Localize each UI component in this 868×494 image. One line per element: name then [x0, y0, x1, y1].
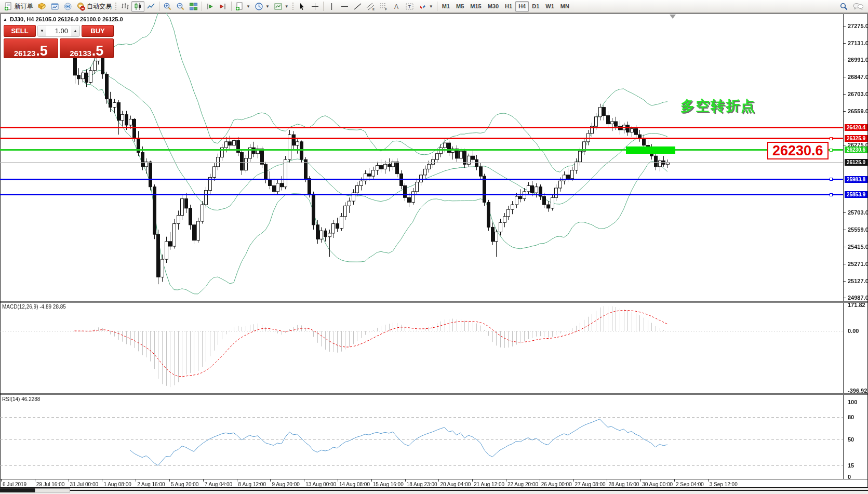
price-callout-box[interactable]: 26230.6: [767, 142, 829, 159]
timeframe-button-M15[interactable]: M15: [467, 1, 484, 12]
chat-icon: [852, 2, 864, 11]
autotrading-button[interactable]: 自动交易: [74, 1, 114, 12]
horizontal-line-icon: [340, 2, 349, 11]
time-axis-tick: [304, 479, 304, 482]
timeframe-button-M30[interactable]: M30: [485, 1, 502, 12]
time-axis-label: 22 Aug 20:00: [508, 482, 538, 487]
book-icon: [37, 2, 46, 11]
bar-chart-button[interactable]: [118, 1, 131, 12]
horizontal-line-object[interactable]: [0, 162, 843, 163]
chart-shift-marker[interactable]: [670, 15, 676, 19]
time-axis-tick: [136, 479, 136, 482]
horizontal-line-object[interactable]: [0, 127, 843, 128]
auto-scroll-button[interactable]: [204, 1, 217, 12]
timeframe-button-H4[interactable]: H4: [515, 1, 529, 12]
text-button[interactable]: A: [390, 1, 403, 12]
scrollbar-track[interactable]: [0, 490, 868, 491]
chart-annotation-text[interactable]: 多空转折点: [680, 97, 756, 115]
periods-button[interactable]: ▼: [252, 1, 272, 12]
signals-button[interactable]: [61, 1, 74, 12]
timeframe-button-H1[interactable]: H1: [502, 1, 515, 12]
timeframe-button-M1[interactable]: M1: [439, 1, 453, 12]
volume-increase-button[interactable]: ▲: [71, 25, 79, 36]
chart-shift-button[interactable]: [217, 1, 230, 12]
templates-button[interactable]: ▼: [272, 1, 291, 12]
time-axis-label: 13 Aug 00:00: [305, 482, 336, 487]
toolbar-separator: [202, 2, 202, 11]
buy-price-frac: .5: [92, 46, 104, 57]
sell-price[interactable]: 26123 .5: [4, 38, 58, 58]
arrows-button[interactable]: ▼: [416, 1, 435, 12]
time-axis-label: 29 Jul 16:00: [36, 482, 65, 487]
rsi-label: RSI(14) 46.2288: [2, 396, 40, 402]
channel-icon: E: [366, 2, 375, 11]
macd-axis-label: 171.82: [848, 302, 865, 308]
zoom-in-button[interactable]: [161, 1, 174, 12]
new-order-button[interactable]: 新订单: [2, 1, 35, 12]
horizontal-line-object[interactable]: [0, 179, 843, 180]
chart-title-bar: ▲ DJ30, H4 26105.0 26126.0 26100.0 26125…: [3, 16, 123, 22]
panel-splitter-rsi[interactable]: [1, 393, 867, 395]
line-handle[interactable]: [830, 149, 833, 152]
candlestick-chart-icon: [133, 2, 142, 11]
crosshair-button[interactable]: [309, 1, 322, 12]
sell-price-main: 26123: [14, 49, 36, 57]
time-axis-tick: [640, 479, 641, 482]
text-label-button[interactable]: T: [403, 1, 416, 12]
volume-value[interactable]: 1.00: [46, 25, 71, 36]
time-axis-label: 14 Aug 08:00: [339, 482, 370, 487]
horizontal-line-object[interactable]: [0, 149, 843, 151]
line-chart-button[interactable]: [144, 1, 157, 12]
timeframe-button-M5[interactable]: M5: [453, 1, 467, 12]
svg-text:T: T: [408, 4, 411, 9]
market-watch-button[interactable]: [35, 1, 48, 12]
buy-price[interactable]: 26133 .5: [60, 38, 114, 58]
vertical-line-button[interactable]: [325, 1, 338, 12]
candlestick-chart-button[interactable]: [131, 1, 144, 12]
time-axis-line: [0, 479, 868, 479]
price-axis-line: [843, 14, 844, 479]
trendline-button[interactable]: [351, 1, 364, 12]
equidistant-channel-button[interactable]: E: [364, 1, 377, 12]
svg-text:E: E: [372, 8, 375, 11]
fibonacci-button[interactable]: F: [377, 1, 390, 12]
cursor-icon: [298, 2, 306, 11]
horizontal-line-object[interactable]: [0, 194, 843, 195]
pivot-highlight-rect[interactable]: [626, 146, 675, 154]
new-chart-button[interactable]: ▼: [233, 1, 252, 12]
text-label-icon: T: [405, 2, 414, 11]
panel-splitter-macd[interactable]: [1, 301, 867, 303]
horizontal-line-button[interactable]: [338, 1, 351, 12]
tile-windows-icon: [189, 2, 198, 11]
time-axis-tick: [674, 479, 675, 482]
horizontal-line-object[interactable]: [0, 138, 843, 139]
tile-windows-button[interactable]: [187, 1, 200, 12]
sell-price-frac: .5: [36, 46, 48, 57]
buy-button[interactable]: BUY: [82, 25, 114, 37]
line-handle[interactable]: [830, 137, 833, 140]
terminal-button[interactable]: [48, 1, 61, 12]
search-button[interactable]: [837, 1, 850, 12]
timeframe-button-MN[interactable]: MN: [557, 1, 572, 12]
price-axis-tick: [843, 281, 846, 282]
sell-button[interactable]: SELL: [4, 25, 36, 37]
scrollbar-thumb[interactable]: [35, 488, 70, 492]
line-handle[interactable]: [830, 193, 833, 196]
volume-decrease-button[interactable]: ▼: [38, 25, 46, 36]
chat-button[interactable]: [850, 1, 866, 12]
line-handle[interactable]: [830, 178, 833, 181]
price-axis-tick: [843, 264, 846, 264]
price-axis-tick-label: 25271.0: [848, 261, 868, 267]
zoom-out-button[interactable]: [174, 1, 187, 12]
price-axis-tick-label: 24987.0: [848, 295, 868, 301]
toolbar-separator: [323, 2, 324, 11]
time-axis-label: 27 Aug 08:00: [575, 482, 606, 487]
autotrading-label: 自动交易: [87, 2, 112, 11]
price-axis-tick-label: 26991.0: [848, 57, 868, 63]
collapse-panel-arrow-icon[interactable]: ▲: [3, 17, 7, 22]
autotrading-icon: [76, 2, 85, 11]
timeframe-button-W1[interactable]: W1: [542, 1, 557, 12]
timeframe-button-D1[interactable]: D1: [529, 1, 542, 12]
cursor-button[interactable]: [296, 1, 309, 12]
price-axis-tick-label: 25127.0: [848, 278, 868, 284]
